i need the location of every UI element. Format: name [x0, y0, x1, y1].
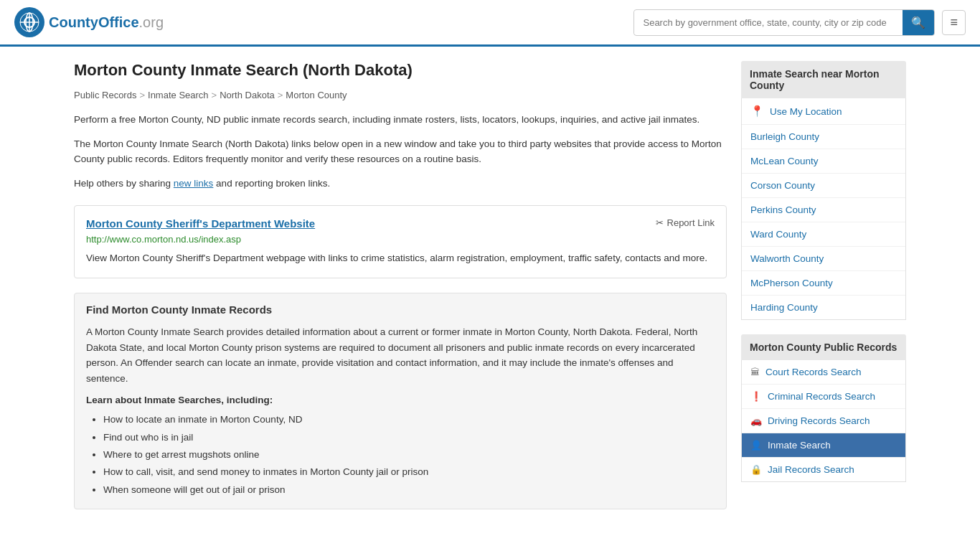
link-url[interactable]: http://www.co.morton.nd.us/index.asp: [86, 234, 715, 245]
find-section-paragraph: A Morton County Inmate Search provides d…: [86, 324, 715, 386]
list-item: Where to get arrest mugshots online: [103, 446, 715, 463]
link-block-header: Morton County Sheriff's Department Websi…: [86, 217, 715, 230]
sidebar-public-records-links: 🏛 Court Records Search ❗ Criminal Record…: [741, 360, 906, 482]
sidebar-nearby-harding[interactable]: Harding County: [742, 296, 905, 319]
court-icon: 🏛: [750, 367, 760, 377]
search-input[interactable]: [634, 11, 903, 34]
sidebar-inmate-search[interactable]: 👤 Inmate Search: [742, 433, 905, 458]
logo-area[interactable]: CountyOffice.org: [14, 7, 164, 37]
search-bar: 🔍: [633, 9, 935, 36]
sidebar-jail-records[interactable]: 🔒 Jail Records Search: [742, 458, 905, 481]
find-section: Find Morton County Inmate Records A Mort…: [74, 293, 727, 509]
breadcrumb-sep-3: >: [278, 90, 283, 100]
driving-icon: 🚗: [750, 415, 762, 426]
sidebar-public-records-section: Morton County Public Records 🏛 Court Rec…: [741, 334, 906, 482]
inmate-icon: 👤: [750, 440, 762, 451]
list-item: How to call, visit, and send money to in…: [103, 463, 715, 481]
breadcrumb: Public Records > Inmate Search > North D…: [74, 90, 727, 100]
sidebar-nearby-section: Inmate Search near Morton County 📍 Use M…: [741, 61, 906, 320]
list-item: How to locate an inmate in Morton County…: [103, 411, 715, 428]
sidebar: Inmate Search near Morton County 📍 Use M…: [741, 61, 906, 524]
list-item: Find out who is in jail: [103, 429, 715, 446]
intro-paragraph-1: Perform a free Morton County, ND public …: [74, 112, 727, 128]
sidebar-criminal-records[interactable]: ❗ Criminal Records Search: [742, 385, 905, 409]
list-item: When someone will get out of jail or pri…: [103, 481, 715, 499]
link-description: View Morton County Sheriff's Department …: [86, 250, 715, 266]
sidebar-nearby-title: Inmate Search near Morton County: [741, 61, 906, 98]
breadcrumb-morton-county: Morton County: [286, 90, 347, 100]
main-container: Morton County Inmate Search (North Dakot…: [60, 47, 920, 538]
learn-title: Learn about Inmate Searches, including:: [86, 395, 715, 405]
breadcrumb-inmate-search[interactable]: Inmate Search: [148, 90, 209, 100]
intro-paragraph-2: The Morton County Inmate Search (North D…: [74, 136, 727, 167]
help-text: Help others by sharing new links and rep…: [74, 176, 727, 192]
sidebar-nearby-perkins[interactable]: Perkins County: [742, 198, 905, 222]
header-right: 🔍 ≡: [633, 9, 966, 36]
link-block-title: Morton County Sheriff's Department Websi…: [86, 217, 315, 230]
find-section-title: Find Morton County Inmate Records: [86, 303, 715, 316]
sidebar-nearby-links: 📍 Use My Location Burleigh County McLean…: [741, 98, 906, 320]
hamburger-icon: ≡: [950, 15, 958, 29]
report-link-button[interactable]: ✂ Report Link: [656, 217, 715, 228]
sidebar-nearby-mclean[interactable]: McLean County: [742, 149, 905, 174]
new-links-link[interactable]: new links: [174, 178, 214, 189]
site-header: CountyOffice.org 🔍 ≡: [0, 0, 980, 47]
link-block: Morton County Sheriff's Department Websi…: [74, 205, 727, 278]
sidebar-nearby-ward[interactable]: Ward County: [742, 222, 905, 247]
use-my-location-link[interactable]: Use My Location: [770, 106, 842, 117]
scissors-icon: ✂: [656, 217, 664, 228]
search-icon: 🔍: [911, 17, 925, 29]
use-location-item[interactable]: 📍 Use My Location: [742, 98, 905, 125]
sidebar-public-records-title: Morton County Public Records: [741, 334, 906, 360]
search-button[interactable]: 🔍: [903, 10, 934, 35]
breadcrumb-public-records[interactable]: Public Records: [74, 90, 136, 100]
hamburger-button[interactable]: ≡: [942, 10, 966, 35]
breadcrumb-sep-2: >: [212, 90, 217, 100]
sidebar-driving-records[interactable]: 🚗 Driving Records Search: [742, 409, 905, 433]
logo-text: CountyOffice.org: [49, 14, 164, 31]
jail-icon: 🔒: [750, 464, 762, 475]
logo-icon: [14, 7, 44, 37]
page-title: Morton County Inmate Search (North Dakot…: [74, 61, 727, 80]
sidebar-court-records[interactable]: 🏛 Court Records Search: [742, 360, 905, 385]
sidebar-nearby-walworth[interactable]: Walworth County: [742, 247, 905, 271]
sidebar-nearby-corson[interactable]: Corson County: [742, 174, 905, 198]
content-area: Morton County Inmate Search (North Dakot…: [74, 61, 727, 524]
breadcrumb-north-dakota[interactable]: North Dakota: [220, 90, 275, 100]
criminal-icon: ❗: [750, 391, 762, 402]
sheriff-website-link[interactable]: Morton County Sheriff's Department Websi…: [86, 217, 315, 230]
sidebar-nearby-burleigh[interactable]: Burleigh County: [742, 125, 905, 149]
breadcrumb-sep-1: >: [139, 90, 145, 100]
location-pin-icon: 📍: [750, 105, 764, 118]
learn-list: How to locate an inmate in Morton County…: [86, 411, 715, 498]
sidebar-nearby-mcpherson[interactable]: McPherson County: [742, 271, 905, 296]
